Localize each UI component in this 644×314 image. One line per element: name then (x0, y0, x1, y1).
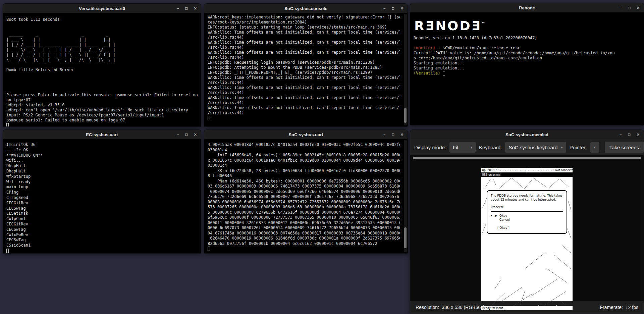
framerate-label: Framerate: (600, 305, 623, 310)
close-icon[interactable]: ✕ (194, 7, 197, 10)
titlebar-ec-uart[interactable]: EC:sysbus.uart – ◻ ✕ (3, 130, 201, 139)
machine-prompt-line: (Versatile) (414, 71, 640, 76)
terminal-line: ces/root-keys/src/implementation.rs:2084… (208, 20, 400, 25)
terminal-renode-monitor[interactable]: RƎNODƎ™ Renode, version 1.13.0.1428 (dc7… (410, 12, 644, 125)
trademark-icon: ™ (482, 21, 485, 25)
keyboard-select[interactable]: SoC:sysbus.keyboard ▾ (505, 142, 566, 153)
display-mode-label: Display mode: (414, 145, 446, 150)
minimize-icon[interactable]: – (383, 133, 385, 137)
window-controls: – ◻ ✕ (177, 4, 197, 13)
lcd-format-dialog: The PDDB storage needs formatting. This … (487, 190, 567, 234)
terminal-line: 00008 00000010 6b636974 656d6974 65732d7… (208, 200, 400, 205)
scrollbar-track[interactable] (404, 140, 407, 252)
minimize-icon[interactable]: – (620, 133, 622, 137)
terminal-line: /src/lib.rs:44) (208, 45, 400, 50)
scrollbar-track[interactable] (404, 14, 407, 125)
monitor-command-line: (monitor) i $CWD/emulation/xous-release.… (414, 46, 640, 51)
terminal-line: c 0001657c 00001c64 000191e0 0401fb1c 00… (208, 158, 400, 163)
path-line: s-core;/home/ana/git/betrusted-io/xous-c… (414, 56, 640, 61)
terminal-line: WARN:llio: Time offsets are not initiali… (208, 50, 400, 55)
scrollbar-thumb[interactable] (404, 227, 407, 248)
maximize-icon[interactable]: ◻ (391, 133, 394, 136)
terminal-line: /src/lib.rs:44) (208, 80, 400, 85)
lcd-statusbar: Up 0:00:07 - - - - - - - - - - - - - - -… (481, 168, 573, 173)
titlebar-soc-console[interactable]: SoC:sysbus.console – ◻ ✕ (204, 4, 408, 13)
memlcd-toolbar: Display mode: Fit ▾ Keyboard: SoC:sysbus… (410, 139, 644, 155)
close-icon[interactable]: ✕ (400, 133, 404, 137)
terminal-line: ImuInitOk D6 (6, 142, 198, 148)
maximize-icon[interactable]: ◻ (391, 7, 394, 10)
terminal-line (6, 72, 198, 77)
close-icon[interactable]: ✕ (400, 7, 404, 10)
display-mode-select[interactable]: Fit ▾ (449, 142, 476, 153)
minimize-icon[interactable]: – (383, 7, 385, 10)
terminal-line: psmouse serio1: Failed to enable mouse o… (6, 118, 198, 123)
monitor-prompt: (monitor) (414, 46, 435, 50)
window-title: Renode (519, 5, 535, 10)
lcd-screen[interactable]: Up 0:00:07 - - - - - - - - - - - - - - -… (481, 168, 573, 310)
terminal-line: 03 006d6167 00000003 00000006 74617473 0… (208, 184, 400, 189)
minimize-icon[interactable]: – (177, 133, 179, 137)
close-icon[interactable]: ✕ (637, 133, 640, 137)
terminal-line: CWIpConf (6, 216, 198, 222)
window-renode-monitor: Renode – ◻ ✕ RƎNODƎ™ Renode, version 1.1… (410, 3, 644, 125)
terminal-cursor (208, 115, 400, 120)
window-soc-uart: SoC:sysbus.uart – ◻ ✕ 4 00015aa8 000018d… (204, 129, 408, 254)
window-title: SoC:sysbus.uart (288, 132, 323, 137)
take-screenshot-button[interactable]: Take screens (605, 142, 644, 153)
terminal-soc-console[interactable]: WARN:root_keys::implementation: gateware… (204, 13, 404, 126)
terminal-line: ...i2c OK (6, 148, 198, 153)
terminal-line: | ___ \ | | | | | | (6, 37, 198, 42)
radio-dot-icon: ● (495, 214, 499, 218)
titlebar-versatile-uart0[interactable]: Versatile:sysbus.uart0 – ◻ ✕ (3, 4, 201, 13)
maximize-icon[interactable]: ◻ (185, 133, 187, 136)
lcd-usb-banner: USB unlocked (481, 173, 573, 177)
terminal-line (6, 62, 198, 67)
terminal-line: on fpga:07 (6, 98, 198, 103)
terminal-line: WARN:llio: Time offsets are not initiali… (208, 85, 400, 90)
terminal-line: 04 6761746a 00000016 00000003 0074656e 0… (208, 231, 400, 236)
window-controls: – ◻ ✕ (177, 130, 197, 139)
terminal-line: CECSwTag (6, 238, 198, 243)
minimize-icon[interactable]: – (620, 6, 622, 10)
terminal-line: udhcpd: can't open '/var/lib/misc/udhcpd… (6, 108, 198, 113)
terminal-line: PNam (6d614e50, 460 bytes): 00000001 000… (208, 179, 400, 184)
terminal-line: /src/lib.rs:44) (208, 35, 400, 40)
terminal-line (6, 22, 198, 27)
terminal-line: DhcpHalt (6, 163, 198, 169)
pointer-select[interactable]: ▾ (590, 142, 599, 153)
scrollbar-thumb[interactable] (404, 108, 407, 123)
terminal-line (6, 77, 198, 83)
terminal-line: 82d6563 0073756f 0000001b 00000004 6c6c6… (208, 241, 400, 247)
window-title: SoC:sysbus.console (284, 6, 327, 11)
terminal-line: | |_/ / __/ |_| | | |_| \__ \ || __/ (_|… (6, 52, 198, 57)
terminal-versatile-uart0[interactable]: Boot took 1.13 seconds ______ _ _ _| ___… (3, 13, 201, 126)
titlebar-soc-uart[interactable]: SoC:sysbus.uart – ◻ ✕ (204, 130, 408, 139)
terminal-line: 8 ffd00846 (208, 173, 400, 179)
terminal-soc-uart[interactable]: 4 00015aa8 000018d4 0001837c 04016aa4 00… (204, 139, 404, 253)
framerate-value: 12 fps (626, 305, 638, 310)
terminal-line: WARN:llio: Time offsets are not initiali… (208, 40, 400, 45)
maximize-icon[interactable]: ◻ (628, 133, 630, 136)
keyboard-label: Keyboard: (479, 145, 502, 150)
maximize-icon[interactable]: ◻ (628, 6, 630, 9)
terminal-line: /src/lib.rs:44) (208, 100, 400, 105)
terminal-line: CLSetIMsk (6, 211, 198, 216)
close-icon[interactable]: ✕ (194, 133, 197, 137)
window-soc-console: SoC:sysbus.console – ◻ ✕ WARN:root_keys:… (204, 3, 408, 127)
maximize-icon[interactable]: ◻ (185, 7, 187, 10)
lcd-area: Up 0:00:07 - - - - - - - - - - - - - - -… (410, 168, 644, 301)
window-controls: – ◻ ✕ (383, 130, 404, 139)
titlebar-soc-memlcd[interactable]: SoC:sysbus.memlcd – ◻ ✕ (410, 130, 644, 139)
window-ec-uart: EC:sysbus.uart – ◻ ✕ ImuInitOk D6...i2c … (3, 129, 201, 254)
titlebar-renode[interactable]: Renode – ◻ ✕ (410, 3, 644, 12)
window-controls: – ◻ ✕ (383, 4, 404, 13)
terminal-line: Dumb Little Betrusted Server (6, 67, 198, 72)
minimize-icon[interactable]: – (177, 7, 179, 10)
terminal-ec-uart[interactable]: ImuInitOk D6...i2c OK**WATCHDOG ON**wifi… (3, 139, 201, 253)
option-label: Okay (499, 214, 507, 218)
terminal-line: XKrn (6e724b58, 28 bytes): 005f0634 ffd0… (208, 168, 400, 174)
horizontal-scrollbar[interactable] (413, 157, 641, 159)
starting-emulation-line: Starting emulation... (414, 61, 640, 66)
close-icon[interactable]: ✕ (637, 6, 640, 10)
